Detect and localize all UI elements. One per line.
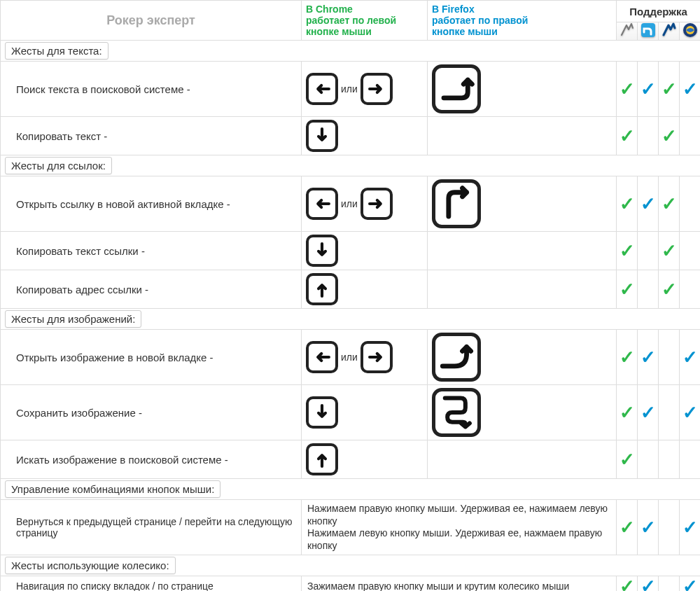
check-icon: ✓ xyxy=(662,78,677,99)
section-row: Управление комбинациями кнопок мыши: xyxy=(1,479,701,500)
firefox-gesture-cell xyxy=(428,270,617,309)
support-cell xyxy=(638,117,659,155)
gesture-down-icon xyxy=(306,235,338,267)
firefox-gesture-cell xyxy=(428,385,617,440)
support-cell: ✓ xyxy=(659,176,680,232)
check-icon: ✓ xyxy=(620,347,635,368)
support-cell: ✓ xyxy=(638,62,659,117)
action-cell: Сохранить изображение - xyxy=(1,385,302,440)
check-icon: ✓ xyxy=(682,402,698,423)
gesture-left-icon xyxy=(306,73,338,105)
support-app-fire xyxy=(638,22,659,41)
table-row: Навигация по списку вкладок / по страниц… xyxy=(1,576,701,591)
chrome-gesture-cell xyxy=(302,232,428,270)
support-cell xyxy=(638,232,659,270)
action-cell: Копировать адрес ссылки - xyxy=(1,270,302,309)
support-cell xyxy=(638,440,659,479)
support-cell: ✓ xyxy=(638,330,659,385)
support-cell: ✓ xyxy=(638,500,659,555)
support-cell xyxy=(659,500,680,555)
support-cell: ✓ xyxy=(617,176,638,232)
support-cell: ✓ xyxy=(659,62,680,117)
chrome-header: В Chrome работает по левой кнопке мыши xyxy=(302,1,428,41)
section-title: Жесты использующие колесико: xyxy=(1,555,701,576)
firefox-header: В Firefox работает по правой кнопке мыши xyxy=(428,1,617,41)
gesture-up-then-right-icon xyxy=(432,179,481,228)
table-row: Открыть ссылку в новой активной вкладке … xyxy=(1,176,701,232)
or-label: или xyxy=(341,83,358,95)
section-row: Жесты для текста: xyxy=(1,41,701,62)
table-row: Копировать текст -✓✓ xyxy=(1,117,701,155)
check-icon: ✓ xyxy=(620,576,635,591)
support-cell xyxy=(680,440,701,479)
support-cell: ✓ xyxy=(680,62,701,117)
action-cell: Открыть ссылку в новой активной вкладке … xyxy=(1,176,302,232)
support-cell: ✓ xyxy=(659,117,680,155)
section-row: Жесты для ссылок: xyxy=(1,155,701,176)
check-icon: ✓ xyxy=(620,193,635,214)
support-cell: ✓ xyxy=(659,270,680,309)
chrome-gesture-cell: или xyxy=(302,330,428,385)
check-icon: ✓ xyxy=(662,279,677,300)
support-cell: ✓ xyxy=(638,176,659,232)
support-cell: ✓ xyxy=(638,385,659,440)
chrome-gesture-cell xyxy=(302,385,428,440)
support-cell xyxy=(680,117,701,155)
firefox-gesture-cell xyxy=(428,176,617,232)
gesture-right-then-up-arc-icon xyxy=(432,333,481,382)
support-cell xyxy=(659,330,680,385)
check-icon: ✓ xyxy=(662,240,677,261)
support-cell: ✓ xyxy=(617,576,638,591)
support-cell: ✓ xyxy=(617,62,638,117)
gesture-up-icon xyxy=(306,273,338,305)
chrome-gesture-cell: или xyxy=(302,62,428,117)
gesture-down-icon xyxy=(306,120,338,152)
check-icon: ✓ xyxy=(682,347,698,368)
table-row: Искать изображение в поисковой системе -… xyxy=(1,440,701,479)
support-cell: ✓ xyxy=(617,385,638,440)
instructions-cell: Нажимаем правую кнопку мыши. Удерживая е… xyxy=(302,500,617,555)
page-title: Рокер эксперт xyxy=(1,1,302,41)
check-icon: ✓ xyxy=(620,125,635,146)
chrome-gesture-cell xyxy=(302,270,428,309)
check-icon: ✓ xyxy=(620,449,635,470)
support-cell: ✓ xyxy=(680,385,701,440)
gesture-right-icon xyxy=(360,188,393,220)
section-title: Жесты для изображений: xyxy=(1,309,701,330)
check-icon: ✓ xyxy=(682,78,698,99)
support-cell: ✓ xyxy=(617,117,638,155)
support-cell: ✓ xyxy=(638,576,659,591)
support-cell xyxy=(659,385,680,440)
chrome-gesture-cell: или xyxy=(302,176,428,232)
check-icon: ✓ xyxy=(620,517,635,538)
check-icon: ✓ xyxy=(620,240,635,261)
firefox-gesture-cell xyxy=(428,232,617,270)
gesture-down-icon xyxy=(306,396,338,429)
or-label: или xyxy=(341,352,358,363)
check-icon: ✓ xyxy=(620,279,635,300)
check-icon: ✓ xyxy=(640,347,656,368)
chrome-gesture-cell xyxy=(302,440,428,479)
action-cell: Копировать текст - xyxy=(1,117,302,155)
check-icon: ✓ xyxy=(620,78,635,99)
chrome-gesture-cell xyxy=(302,117,428,155)
check-icon: ✓ xyxy=(640,193,656,214)
check-icon: ✓ xyxy=(662,125,677,146)
check-icon: ✓ xyxy=(682,517,698,538)
support-cell: ✓ xyxy=(617,270,638,309)
support-cell: ✓ xyxy=(680,576,701,591)
section-title: Жесты для текста: xyxy=(1,41,701,62)
header-row: Рокер эксперт В Chrome работает по левой… xyxy=(1,1,701,22)
firefox-gesture-cell xyxy=(428,440,617,479)
support-cell: ✓ xyxy=(659,232,680,270)
table-row: Копировать адрес ссылки -✓✓ xyxy=(1,270,701,309)
support-cell xyxy=(680,232,701,270)
support-cell: ✓ xyxy=(617,500,638,555)
section-title: Жесты для ссылок: xyxy=(1,155,701,176)
check-icon: ✓ xyxy=(640,78,656,99)
table-row: Копировать текст ссылки -✓✓ xyxy=(1,232,701,270)
firefox-gesture-cell xyxy=(428,330,617,385)
instructions-cell: Зажимаем правую кнопку мыши и крутим кол… xyxy=(302,576,617,591)
table-row: Сохранить изображение -✓✓✓ xyxy=(1,385,701,440)
support-cell: ✓ xyxy=(617,330,638,385)
